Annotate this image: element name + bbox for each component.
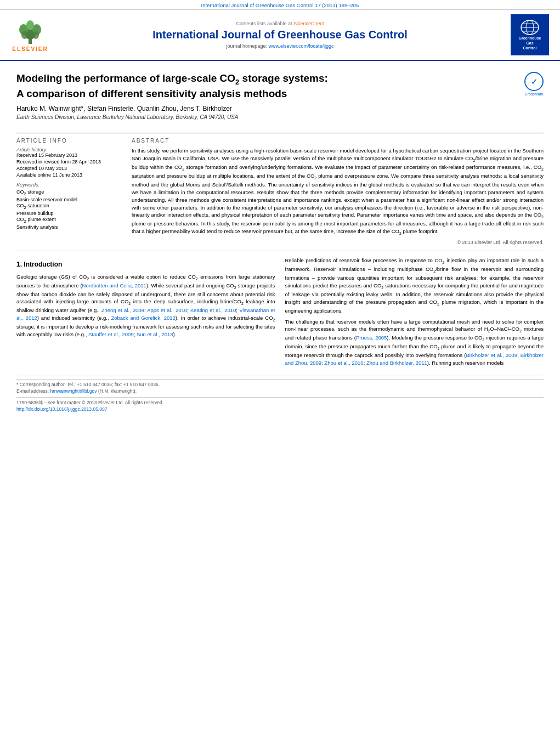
- zhou2010-ref[interactable]: Zhou et al., 2010: [324, 360, 363, 366]
- body-left-column: 1. Introduction Geologic storage (GS) of…: [16, 257, 275, 370]
- globe-icon: [519, 19, 540, 36]
- email-line: E-mail address: hmwainwright@lbl.gov (H.…: [16, 388, 544, 394]
- crossmark-label: CrossMark: [524, 92, 544, 96]
- article-info-heading: ARTICLE INFO: [16, 138, 121, 144]
- nordbotten-ref[interactable]: Nordbotten and Celia, 2011: [82, 282, 146, 289]
- keywords-list: CO2 storage Basin-scale reservoir model …: [16, 189, 121, 229]
- article-info-row: ARTICLE INFO Article history: Received 1…: [16, 133, 544, 245]
- intro-paragraph-3: The challenge is that reservoir models o…: [285, 318, 544, 367]
- keyword-item: CO2 saturation: [16, 203, 121, 210]
- journal-title-block: Contents lists available at ScienceDirec…: [60, 21, 500, 49]
- section-number: 1.: [16, 261, 22, 268]
- accepted-date: Accepted 10 May 2013: [16, 166, 121, 171]
- zhou-birkholzer-ref[interactable]: Zhou and Birkholzer, 2011: [366, 360, 427, 366]
- greenhouse-logo-box: GreenhouseGasControl: [511, 14, 549, 55]
- affiliation: Earth Sciences Division, Lawrence Berkel…: [16, 114, 519, 120]
- body-two-columns: 1. Introduction Geologic storage (GS) of…: [16, 257, 544, 370]
- greenhouse-gas-control-logo: GreenhouseGasControl: [508, 14, 552, 55]
- crossmark-icon: ✓: [524, 72, 544, 91]
- article-container: Modeling the performance of large-scale …: [0, 61, 560, 418]
- pruess-ref[interactable]: Pruess, 2005: [356, 335, 387, 341]
- crossmark-badge: ✓ CrossMark: [524, 72, 544, 96]
- section-divider: [16, 251, 544, 251]
- doi-link[interactable]: http://dx.doi.org/10.1016/j.ijggc.2013.0…: [16, 406, 107, 412]
- sciencedirect-link[interactable]: ScienceDirect: [293, 21, 324, 26]
- intro-paragraph-2: Reliable predictions of reservoir flow p…: [285, 257, 544, 314]
- birkholzer2009-ref[interactable]: Birkholzer et al., 2009: [466, 352, 517, 358]
- body-right-column: Reliable predictions of reservoir flow p…: [285, 257, 544, 370]
- article-footer: * Corresponding author. Tel.: +1 510 847…: [16, 376, 544, 412]
- journal-homepage: journal homepage: www.elsevier.com/locat…: [60, 43, 500, 49]
- article-title-text: Modeling the performance of large-scale …: [16, 72, 519, 126]
- keyword-item: Basin-scale reservoir model: [16, 197, 121, 202]
- corresponding-author-note: * Corresponding author. Tel.: +1 510 847…: [16, 382, 544, 387]
- journal-title: International Journal of Greenhouse Gas …: [60, 29, 500, 41]
- doi-line: http://dx.doi.org/10.1016/j.ijggc.2013.0…: [16, 406, 544, 412]
- email-suffix: (H.M. Wainwright).: [98, 388, 137, 394]
- abstract-heading: ABSTRACT: [132, 138, 544, 144]
- article-history: Article history: Received 15 February 20…: [16, 147, 121, 178]
- svg-point-6: [32, 31, 39, 39]
- sciencedirect-label: Contents lists available at ScienceDirec…: [60, 21, 500, 26]
- article-title-section: Modeling the performance of large-scale …: [16, 66, 544, 128]
- email-label: E-mail address:: [16, 388, 49, 394]
- received-date: Received 15 February 2013: [16, 152, 121, 158]
- authors: Haruko M. Wainwright*, Stefan Finsterle,…: [16, 105, 519, 112]
- history-label: Article history:: [16, 147, 121, 152]
- zoback-ref[interactable]: Zoback and Gorelick, 2012: [111, 315, 175, 321]
- sun-ref[interactable]: Sun et al., 2013: [137, 331, 173, 337]
- stauffer-ref[interactable]: Stauffer et al., 2009: [88, 331, 134, 337]
- elsevier-tree-icon: [14, 18, 47, 45]
- elsevier-logo: ELSEVIER: [8, 18, 52, 52]
- email-link[interactable]: hmwainwright@lbl.gov: [50, 388, 97, 394]
- abstract-text: In this study, we perform sensitivity an…: [132, 147, 544, 236]
- elsevier-wordmark: ELSEVIER: [12, 46, 48, 52]
- section-title: Introduction: [24, 261, 62, 268]
- keywords-label: Keywords:: [16, 182, 121, 188]
- intro-paragraph-1: Geologic storage (GS) of CO2 is consider…: [16, 273, 275, 338]
- journal-reference-bar: International Journal of Greenhouse Gas …: [0, 0, 560, 10]
- svg-point-5: [21, 31, 28, 39]
- keyword-item: Pressure buildup: [16, 211, 121, 216]
- issn-line: 1750-5836/$ – see front matter © 2013 El…: [16, 400, 544, 405]
- article-title: Modeling the performance of large-scale …: [16, 72, 519, 100]
- abstract-column: ABSTRACT In this study, we perform sensi…: [132, 138, 544, 245]
- journal-header: ELSEVIER Contents lists available at Sci…: [0, 10, 560, 61]
- keating-ref[interactable]: Keating et al., 2010: [190, 307, 236, 313]
- apps-ref[interactable]: Apps et al., 2010: [147, 307, 187, 313]
- keyword-item: CO2 storage: [16, 189, 121, 196]
- copyright-line: © 2013 Elsevier Ltd. All rights reserved…: [132, 240, 544, 245]
- svg-point-4: [26, 20, 34, 30]
- section-1-heading: 1. Introduction: [16, 260, 275, 269]
- article-info-column: ARTICLE INFO Article history: Received 1…: [16, 138, 121, 245]
- received-revised-date: Received in revised form 28 April 2013: [16, 159, 121, 165]
- zheng-ref[interactable]: Zheng et al., 2009: [101, 307, 144, 313]
- keyword-item: Sensitivity analysis: [16, 224, 121, 230]
- journal-reference-text: International Journal of Greenhouse Gas …: [201, 2, 359, 8]
- available-date: Available online 11 June 2013: [16, 172, 121, 178]
- journal-homepage-link[interactable]: www.elsevier.com/locate/ijggc: [269, 43, 334, 49]
- keyword-item: CO2 plume extent: [16, 217, 121, 224]
